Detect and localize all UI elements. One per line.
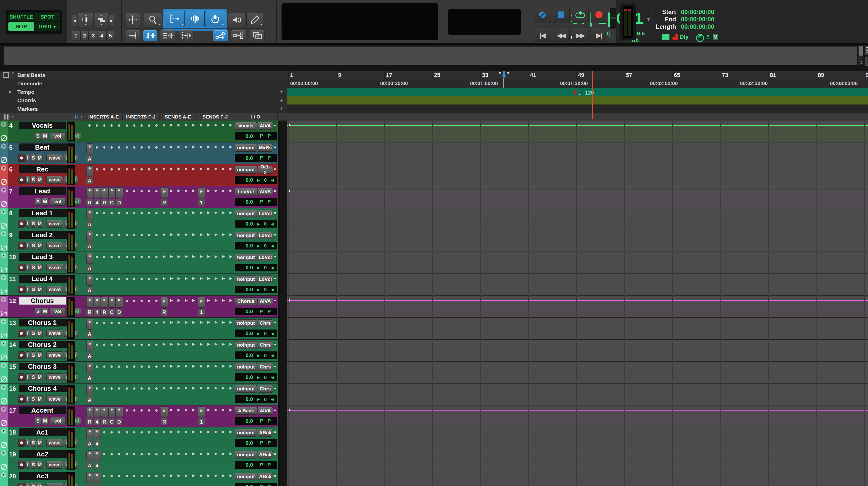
send-slot-arrow[interactable]: ▶ bbox=[198, 276, 205, 281]
insert-slot-dot[interactable] bbox=[126, 212, 128, 214]
output-path-button[interactable]: AIVA bbox=[257, 188, 273, 196]
output-path-button[interactable]: Chrs bbox=[257, 363, 273, 371]
track-options-icon[interactable]: ▼ bbox=[1, 143, 6, 149]
go-to-end-button[interactable]: ▶| bbox=[591, 29, 607, 42]
send-slot-arrow[interactable]: ▶ bbox=[161, 320, 167, 324]
track-options-icon[interactable]: ▼ bbox=[1, 187, 6, 193]
insert-slot-dot[interactable] bbox=[103, 453, 105, 455]
insert-assignment-label[interactable]: R bbox=[86, 309, 93, 316]
send-slot-arrow[interactable]: ▶ bbox=[183, 210, 190, 215]
track-name[interactable]: Rec bbox=[19, 165, 66, 173]
record-button[interactable] bbox=[591, 7, 607, 23]
track-lane[interactable] bbox=[287, 230, 868, 252]
insert-slot-button[interactable] bbox=[101, 297, 108, 308]
transport-aux-button-1[interactable] bbox=[610, 8, 616, 17]
track-view-button[interactable]: wave bbox=[46, 286, 63, 293]
send-slot-arrow[interactable]: ▶ bbox=[168, 188, 175, 193]
track-name[interactable]: Ac1 bbox=[19, 428, 66, 436]
send-slot-arrow[interactable]: ▶ bbox=[190, 298, 197, 303]
insert-slot-dot[interactable] bbox=[133, 168, 135, 171]
insert-slot-dot[interactable] bbox=[155, 409, 158, 411]
volume-value[interactable]: 0.0 bbox=[235, 177, 253, 183]
output-path-button[interactable]: Chrs bbox=[257, 319, 273, 327]
track-color-strip[interactable]: ▼ bbox=[0, 427, 8, 449]
insert-assignment-label[interactable]: 4 bbox=[94, 484, 100, 486]
insert-slot-dot[interactable] bbox=[155, 366, 158, 368]
insert-slot-dot[interactable] bbox=[111, 124, 113, 127]
input-path-button[interactable]: noinput bbox=[235, 451, 257, 458]
track-options-icon[interactable]: ▼ bbox=[1, 363, 6, 368]
insert-assignment-label[interactable]: A bbox=[86, 243, 93, 250]
output-path-button[interactable]: Chrs bbox=[257, 385, 273, 393]
track-view-button[interactable]: wave bbox=[46, 395, 63, 403]
track-view-button[interactable]: wave bbox=[46, 264, 63, 271]
insert-slot-button[interactable] bbox=[86, 209, 93, 220]
volume-value[interactable]: 0.0 bbox=[235, 242, 253, 249]
track-tool-icon[interactable] bbox=[1, 420, 7, 426]
track-color-strip[interactable]: ▼ bbox=[0, 274, 8, 295]
pan-value[interactable]: ▸ 0 ◂ bbox=[255, 243, 277, 249]
insert-assignment-label[interactable]: A bbox=[86, 374, 93, 381]
send-slot-arrow[interactable]: ▶ bbox=[168, 298, 175, 303]
insert-slot-dot[interactable] bbox=[155, 190, 158, 193]
pan-value[interactable]: P P bbox=[255, 484, 277, 486]
insert-slot-dot[interactable] bbox=[141, 278, 143, 280]
input-path-button[interactable]: Vocals bbox=[235, 122, 257, 130]
insert-slot-dot[interactable] bbox=[111, 475, 113, 477]
insert-slot-dot[interactable] bbox=[111, 256, 113, 258]
insert-slot-button[interactable] bbox=[94, 472, 101, 483]
send-slot-arrow[interactable]: ▶ bbox=[168, 122, 175, 127]
insert-slot-dot[interactable] bbox=[118, 234, 120, 236]
chords-ruler[interactable]: Chords + bbox=[0, 96, 868, 105]
insert-slot-dot[interactable] bbox=[148, 168, 150, 171]
insert-assignment-label[interactable]: A bbox=[86, 440, 93, 447]
send-slot-arrow[interactable]: ▶ bbox=[168, 407, 175, 412]
insert-slot-dot[interactable] bbox=[148, 212, 150, 214]
output-fader-icon[interactable] bbox=[273, 452, 276, 458]
insert-slot-dot[interactable] bbox=[96, 234, 98, 236]
insert-slot-dot[interactable] bbox=[155, 146, 158, 149]
mute-button[interactable]: M bbox=[37, 439, 43, 447]
insert-slot-dot[interactable] bbox=[96, 146, 98, 149]
insert-slot-button[interactable] bbox=[86, 406, 93, 417]
insert-slot-dot[interactable] bbox=[133, 256, 135, 258]
send-slot-arrow[interactable]: ▶ bbox=[176, 144, 182, 149]
send-slot-arrow[interactable]: ▶ bbox=[206, 385, 212, 390]
timecode-ruler[interactable]: Timecode 00:00:00:0000:00:30:0000:01:00:… bbox=[0, 79, 868, 88]
zoom-preset-2-button[interactable]: 2 bbox=[81, 31, 89, 41]
insert-slot-dot[interactable] bbox=[118, 475, 120, 477]
universe-scroll-arrows[interactable]: ▲▼ bbox=[859, 60, 863, 65]
output-fader-icon[interactable] bbox=[273, 211, 276, 217]
send-slot-arrow[interactable]: ▶ bbox=[227, 144, 234, 149]
insert-slot-dot[interactable] bbox=[118, 168, 120, 171]
send-slot-arrow[interactable]: ▶ bbox=[206, 451, 212, 456]
track-color-strip[interactable]: ▼ bbox=[0, 252, 8, 274]
send-slot-arrow[interactable]: ▶ bbox=[168, 342, 175, 346]
mute-button[interactable]: M bbox=[37, 461, 43, 469]
column-header-io[interactable]: I / O bbox=[234, 114, 278, 120]
tempo-track[interactable]: ♩ 120 bbox=[287, 88, 868, 96]
insert-slot-dot[interactable] bbox=[118, 212, 120, 214]
insert-slot-dot[interactable] bbox=[133, 322, 135, 324]
track-options-icon[interactable]: ▼ bbox=[1, 121, 6, 127]
track-lane[interactable] bbox=[287, 340, 868, 361]
insert-slot-dot[interactable] bbox=[126, 234, 128, 236]
volume-value[interactable]: 0.0 bbox=[235, 155, 253, 161]
insert-slot-dot[interactable] bbox=[118, 256, 120, 258]
output-fader-icon[interactable] bbox=[273, 277, 276, 283]
send-slot-arrow[interactable]: ▶ bbox=[206, 166, 212, 171]
insert-slot-dot[interactable] bbox=[96, 124, 98, 127]
insert-assignment-label[interactable]: A bbox=[86, 484, 93, 486]
insert-slot-dot[interactable] bbox=[148, 124, 150, 127]
insert-slot-dot[interactable] bbox=[133, 278, 135, 280]
insert-slot-dot[interactable] bbox=[111, 212, 113, 214]
track-view-button[interactable]: wave bbox=[46, 439, 63, 447]
insert-slot-dot[interactable] bbox=[96, 322, 98, 324]
mute-button[interactable]: M bbox=[37, 395, 43, 403]
zoom-out-button[interactable]: ◀ bbox=[72, 14, 78, 27]
send-slot-arrow[interactable]: ▶ bbox=[206, 407, 212, 412]
send-slot-arrow[interactable]: ▶ bbox=[183, 298, 190, 303]
volume-value[interactable]: 0.0 bbox=[235, 462, 253, 468]
record-enable-button[interactable] bbox=[18, 439, 25, 447]
track-color-strip[interactable]: ▼ bbox=[0, 362, 8, 383]
